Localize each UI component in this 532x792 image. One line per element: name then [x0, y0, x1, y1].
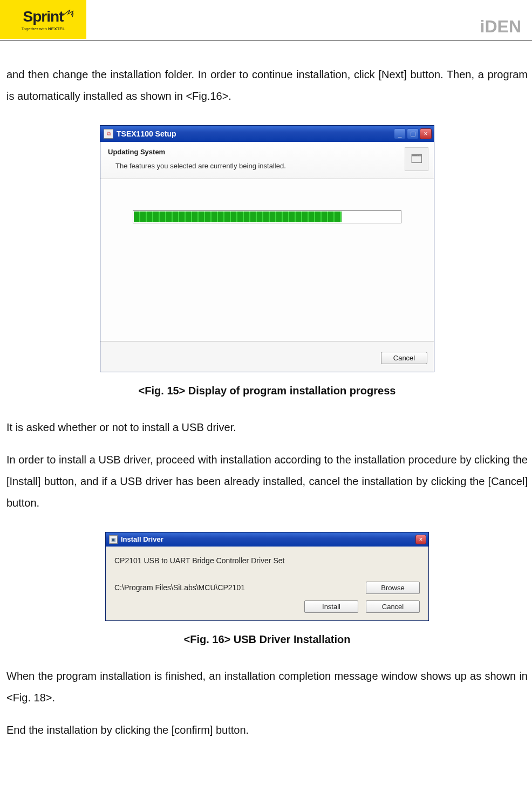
driver-close-button[interactable]: × [415, 535, 426, 544]
installer-window: ⧉ TSEX1100 Setup _ ▢ × Updating System T… [100, 125, 434, 372]
page-content: and then change the installation folder.… [0, 41, 532, 741]
installer-header: Updating System The features you selecte… [100, 142, 434, 179]
driver-desc: CP2101 USB to UART Bridge Controller Dri… [114, 553, 420, 568]
paragraph-2a: It is asked whether or not to install a … [6, 417, 528, 438]
page-header: Sprint Together with NEXTEL iDEN [0, 0, 532, 41]
progress-bar [133, 210, 401, 223]
fig15-caption: <Fig. 15> Display of program installatio… [6, 380, 528, 401]
sprint-arrow-icon [60, 10, 73, 17]
driver-title: Install Driver [121, 532, 415, 547]
paragraph-3b: End the installation by clicking the [co… [6, 719, 528, 741]
driver-app-icon: ▣ [109, 535, 118, 544]
driver-path: C:\Program Files\SiLabs\MCU\CP2101 [114, 580, 360, 595]
paragraph-3a: When the program installation is finishe… [6, 665, 528, 708]
progress-fill [134, 211, 342, 222]
installer-app-icon: ⧉ [104, 129, 113, 139]
window-buttons: _ ▢ × [394, 128, 432, 139]
installer-subheading: The features you selected are currently … [108, 159, 286, 173]
driver-titlebar: ▣ Install Driver × [106, 532, 428, 547]
sprint-logo: Sprint Together with NEXTEL [0, 0, 86, 39]
paragraph-2b: In order to install a USB driver, procee… [6, 449, 528, 514]
driver-body: CP2101 USB to UART Bridge Controller Dri… [106, 547, 428, 620]
fig16-block: ▣ Install Driver × CP2101 USB to UART Br… [6, 532, 528, 621]
installer-title: TSEX1100 Setup [117, 126, 394, 141]
driver-window: ▣ Install Driver × CP2101 USB to UART Br… [105, 532, 429, 621]
browse-button[interactable]: Browse [366, 582, 420, 594]
driver-cancel-button[interactable]: Cancel [366, 600, 420, 613]
paragraph-1: and then change the installation folder.… [6, 64, 528, 107]
close-button[interactable]: × [420, 128, 432, 139]
installer-footer: Cancel [100, 341, 434, 372]
installer-body [100, 179, 434, 341]
brand-right: iDEN [480, 17, 532, 39]
logo-main-text: Sprint [23, 8, 64, 25]
installer-heading: Updating System [108, 145, 286, 159]
minimize-button[interactable]: _ [394, 128, 406, 139]
install-button[interactable]: Install [304, 600, 358, 613]
logo-tag-prefix: Together with [21, 26, 47, 31]
maximize-button[interactable]: ▢ [407, 128, 419, 139]
fig15-block: ⧉ TSEX1100 Setup _ ▢ × Updating System T… [6, 125, 528, 372]
installer-header-icon: 🗔 [405, 147, 428, 171]
fig16-caption: <Fig. 16> USB Driver Installation [6, 629, 528, 650]
logo-tag-brand: NEXTEL [48, 26, 65, 31]
cancel-button[interactable]: Cancel [381, 352, 427, 364]
installer-titlebar: ⧉ TSEX1100 Setup _ ▢ × [100, 126, 434, 142]
logo-tagline: Together with NEXTEL [21, 26, 65, 31]
